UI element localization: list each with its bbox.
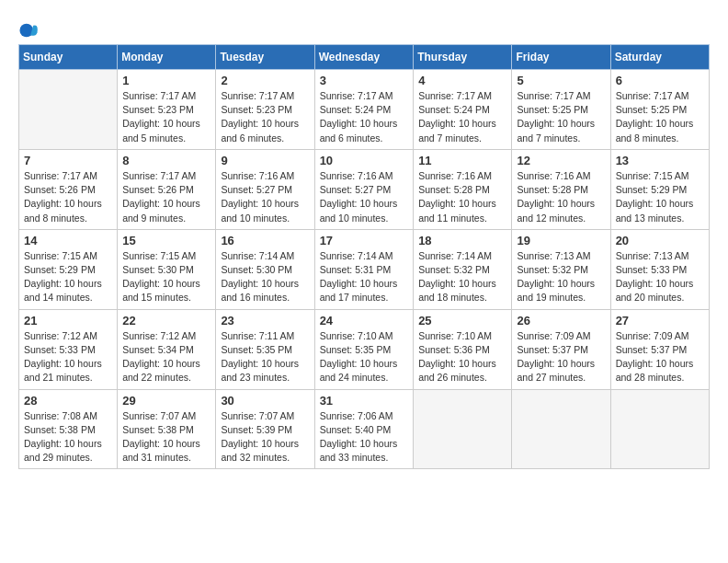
day-number: 23 [221, 314, 309, 327]
week-row-4: 21Sunrise: 7:12 AM Sunset: 5:33 PM Dayli… [19, 309, 710, 389]
day-info: Sunrise: 7:07 AM Sunset: 5:39 PM Dayligh… [221, 409, 309, 465]
week-row-2: 7Sunrise: 7:17 AM Sunset: 5:26 PM Daylig… [19, 149, 710, 229]
calendar-cell: 11Sunrise: 7:16 AM Sunset: 5:28 PM Dayli… [414, 149, 512, 229]
week-row-5: 28Sunrise: 7:08 AM Sunset: 5:38 PM Dayli… [19, 389, 710, 469]
calendar-cell: 24Sunrise: 7:10 AM Sunset: 5:35 PM Dayli… [314, 309, 414, 389]
calendar-cell: 31Sunrise: 7:06 AM Sunset: 5:40 PM Dayli… [314, 389, 414, 469]
day-number: 6 [616, 74, 704, 87]
day-number: 13 [616, 154, 704, 167]
day-number: 25 [418, 314, 506, 327]
calendar-cell: 17Sunrise: 7:14 AM Sunset: 5:31 PM Dayli… [314, 229, 414, 309]
day-number: 7 [24, 154, 112, 167]
day-number: 22 [122, 314, 210, 327]
day-info: Sunrise: 7:12 AM Sunset: 5:33 PM Dayligh… [24, 329, 112, 385]
calendar-cell: 1Sunrise: 7:17 AM Sunset: 5:23 PM Daylig… [118, 70, 216, 150]
weekday-header-row: SundayMondayTuesdayWednesdayThursdayFrid… [19, 45, 710, 70]
day-number: 26 [517, 314, 605, 327]
day-number: 12 [517, 154, 605, 167]
day-info: Sunrise: 7:12 AM Sunset: 5:34 PM Dayligh… [122, 329, 210, 385]
weekday-header-sunday: Sunday [19, 45, 118, 70]
weekday-header-wednesday: Wednesday [314, 45, 414, 70]
day-info: Sunrise: 7:14 AM Sunset: 5:31 PM Dayligh… [320, 249, 409, 305]
calendar-cell: 21Sunrise: 7:12 AM Sunset: 5:33 PM Dayli… [19, 309, 118, 389]
day-number: 3 [320, 74, 409, 87]
logo-icon [18, 20, 39, 40]
week-row-3: 14Sunrise: 7:15 AM Sunset: 5:29 PM Dayli… [19, 229, 710, 309]
calendar-cell: 18Sunrise: 7:14 AM Sunset: 5:32 PM Dayli… [414, 229, 512, 309]
calendar-cell: 27Sunrise: 7:09 AM Sunset: 5:37 PM Dayli… [610, 309, 709, 389]
day-info: Sunrise: 7:17 AM Sunset: 5:24 PM Dayligh… [320, 89, 409, 145]
day-info: Sunrise: 7:09 AM Sunset: 5:37 PM Dayligh… [517, 329, 605, 385]
calendar-cell: 12Sunrise: 7:16 AM Sunset: 5:28 PM Dayli… [512, 149, 610, 229]
calendar-cell: 30Sunrise: 7:07 AM Sunset: 5:39 PM Dayli… [216, 389, 314, 469]
day-info: Sunrise: 7:16 AM Sunset: 5:28 PM Dayligh… [418, 169, 506, 225]
day-info: Sunrise: 7:13 AM Sunset: 5:33 PM Dayligh… [616, 249, 704, 305]
day-info: Sunrise: 7:06 AM Sunset: 5:40 PM Dayligh… [320, 409, 409, 465]
logo [18, 20, 42, 40]
weekday-header-saturday: Saturday [610, 45, 709, 70]
calendar-cell: 20Sunrise: 7:13 AM Sunset: 5:33 PM Dayli… [610, 229, 709, 309]
calendar-cell: 26Sunrise: 7:09 AM Sunset: 5:37 PM Dayli… [512, 309, 610, 389]
day-info: Sunrise: 7:08 AM Sunset: 5:38 PM Dayligh… [24, 409, 112, 465]
calendar-cell: 29Sunrise: 7:07 AM Sunset: 5:38 PM Dayli… [118, 389, 216, 469]
calendar-cell: 5Sunrise: 7:17 AM Sunset: 5:25 PM Daylig… [512, 70, 610, 150]
weekday-header-thursday: Thursday [414, 45, 512, 70]
day-number: 4 [418, 74, 506, 87]
day-number: 28 [24, 394, 112, 408]
calendar-cell [610, 389, 709, 469]
day-number: 20 [616, 234, 704, 247]
calendar-cell: 19Sunrise: 7:13 AM Sunset: 5:32 PM Dayli… [512, 229, 610, 309]
day-number: 30 [221, 394, 309, 408]
day-info: Sunrise: 7:07 AM Sunset: 5:38 PM Dayligh… [122, 409, 210, 465]
day-info: Sunrise: 7:16 AM Sunset: 5:27 PM Dayligh… [320, 169, 409, 225]
day-info: Sunrise: 7:14 AM Sunset: 5:32 PM Dayligh… [418, 249, 506, 305]
calendar-cell: 3Sunrise: 7:17 AM Sunset: 5:24 PM Daylig… [314, 70, 414, 150]
day-info: Sunrise: 7:16 AM Sunset: 5:28 PM Dayligh… [517, 169, 605, 225]
day-number: 10 [320, 154, 409, 167]
calendar-cell: 10Sunrise: 7:16 AM Sunset: 5:27 PM Dayli… [314, 149, 414, 229]
calendar-cell: 13Sunrise: 7:15 AM Sunset: 5:29 PM Dayli… [610, 149, 709, 229]
day-number: 17 [320, 234, 409, 247]
calendar-cell [512, 389, 610, 469]
calendar-cell: 9Sunrise: 7:16 AM Sunset: 5:27 PM Daylig… [216, 149, 314, 229]
calendar-cell: 15Sunrise: 7:15 AM Sunset: 5:30 PM Dayli… [118, 229, 216, 309]
day-info: Sunrise: 7:10 AM Sunset: 5:36 PM Dayligh… [418, 329, 506, 385]
day-number: 8 [122, 154, 210, 167]
weekday-header-tuesday: Tuesday [216, 45, 314, 70]
day-info: Sunrise: 7:15 AM Sunset: 5:29 PM Dayligh… [24, 249, 112, 305]
day-info: Sunrise: 7:13 AM Sunset: 5:32 PM Dayligh… [517, 249, 605, 305]
day-info: Sunrise: 7:17 AM Sunset: 5:23 PM Dayligh… [221, 89, 309, 145]
day-number: 16 [221, 234, 309, 247]
day-info: Sunrise: 7:17 AM Sunset: 5:25 PM Dayligh… [616, 89, 704, 145]
day-number: 5 [517, 74, 605, 87]
day-number: 15 [122, 234, 210, 247]
day-number: 2 [221, 74, 309, 87]
day-info: Sunrise: 7:17 AM Sunset: 5:25 PM Dayligh… [517, 89, 605, 145]
calendar-cell: 4Sunrise: 7:17 AM Sunset: 5:24 PM Daylig… [414, 70, 512, 150]
weekday-header-monday: Monday [118, 45, 216, 70]
calendar-cell: 14Sunrise: 7:15 AM Sunset: 5:29 PM Dayli… [19, 229, 118, 309]
calendar-cell: 25Sunrise: 7:10 AM Sunset: 5:36 PM Dayli… [414, 309, 512, 389]
day-info: Sunrise: 7:17 AM Sunset: 5:23 PM Dayligh… [122, 89, 210, 145]
day-info: Sunrise: 7:15 AM Sunset: 5:30 PM Dayligh… [122, 249, 210, 305]
day-number: 21 [24, 314, 112, 327]
day-number: 27 [616, 314, 704, 327]
day-number: 1 [122, 74, 210, 87]
weekday-header-friday: Friday [512, 45, 610, 70]
day-info: Sunrise: 7:17 AM Sunset: 5:24 PM Dayligh… [418, 89, 506, 145]
calendar-cell: 28Sunrise: 7:08 AM Sunset: 5:38 PM Dayli… [19, 389, 118, 469]
day-info: Sunrise: 7:16 AM Sunset: 5:27 PM Dayligh… [221, 169, 309, 225]
calendar-cell: 16Sunrise: 7:14 AM Sunset: 5:30 PM Dayli… [216, 229, 314, 309]
calendar-cell [414, 389, 512, 469]
calendar-cell: 22Sunrise: 7:12 AM Sunset: 5:34 PM Dayli… [118, 309, 216, 389]
day-number: 18 [418, 234, 506, 247]
day-number: 19 [517, 234, 605, 247]
day-number: 31 [320, 394, 409, 408]
calendar-cell: 8Sunrise: 7:17 AM Sunset: 5:26 PM Daylig… [118, 149, 216, 229]
day-info: Sunrise: 7:11 AM Sunset: 5:35 PM Dayligh… [221, 329, 309, 385]
week-row-1: 1Sunrise: 7:17 AM Sunset: 5:23 PM Daylig… [19, 70, 710, 150]
calendar-cell: 7Sunrise: 7:17 AM Sunset: 5:26 PM Daylig… [19, 149, 118, 229]
header [18, 17, 710, 40]
calendar-cell: 2Sunrise: 7:17 AM Sunset: 5:23 PM Daylig… [216, 70, 314, 150]
day-info: Sunrise: 7:17 AM Sunset: 5:26 PM Dayligh… [24, 169, 112, 225]
